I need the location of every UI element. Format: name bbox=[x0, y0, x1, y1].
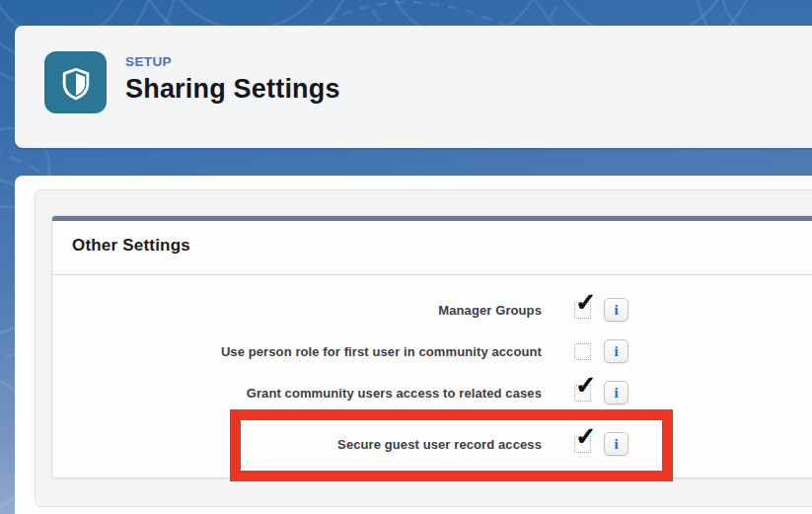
info-icon[interactable]: i bbox=[604, 298, 628, 322]
info-icon[interactable]: i bbox=[604, 432, 628, 456]
setting-row: Secure guest user record access✓i bbox=[52, 429, 812, 459]
check-icon: ✓ bbox=[575, 373, 596, 398]
setting-checkbox[interactable]: ✓ bbox=[574, 436, 591, 453]
check-icon: ✓ bbox=[575, 424, 596, 449]
setting-row: Use person role for first user in commun… bbox=[52, 336, 812, 366]
check-icon: ✓ bbox=[575, 290, 596, 315]
setting-row: Manager Groups✓i bbox=[52, 295, 812, 325]
info-icon[interactable]: i bbox=[604, 381, 628, 404]
setting-label: Grant community users access to related … bbox=[52, 386, 542, 401]
setting-label: Secure guest user record access bbox=[52, 437, 542, 452]
info-icon[interactable]: i bbox=[604, 339, 628, 363]
setting-checkbox[interactable]: ✓ bbox=[574, 385, 591, 402]
setup-content-panel: Other Settings Manager Groups✓iUse perso… bbox=[15, 176, 812, 514]
other-settings-card: Other Settings Manager Groups✓iUse perso… bbox=[51, 215, 812, 478]
header-text: SETUP Sharing Settings bbox=[125, 55, 340, 105]
shield-icon bbox=[56, 63, 96, 103]
setting-row: Grant community users access to related … bbox=[52, 378, 812, 407]
setup-header-card: SETUP Sharing Settings bbox=[15, 26, 812, 148]
setting-checkbox[interactable] bbox=[574, 343, 591, 360]
setting-checkbox[interactable]: ✓ bbox=[574, 302, 591, 319]
divider bbox=[52, 274, 812, 275]
sharing-settings-icon-tile bbox=[44, 51, 107, 113]
setting-label: Manager Groups bbox=[52, 303, 542, 318]
setup-eyebrow: SETUP bbox=[125, 55, 340, 70]
setting-label: Use person role for first user in commun… bbox=[52, 344, 542, 359]
page-title: Sharing Settings bbox=[125, 74, 340, 105]
section-title: Other Settings bbox=[52, 221, 812, 256]
